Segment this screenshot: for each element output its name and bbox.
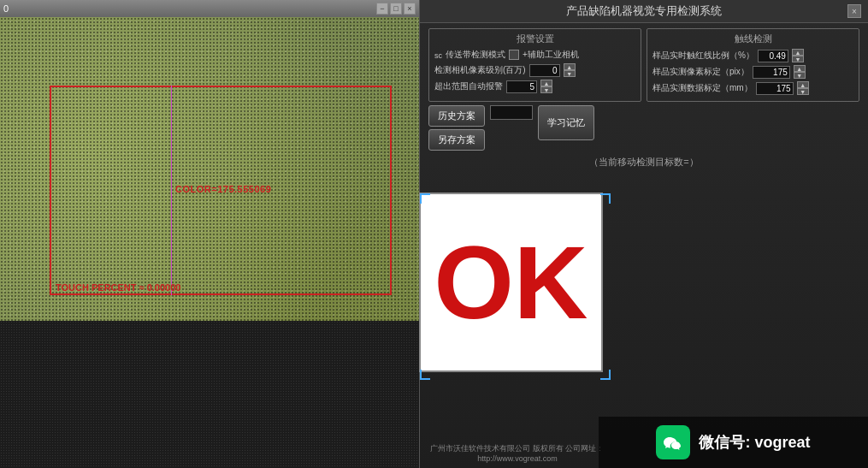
- alarm-spin3: ▲ ▼: [540, 80, 552, 93]
- touch-label3: 样品实测数据标定（mm）: [652, 82, 753, 94]
- alarm-spin3-up[interactable]: ▲: [540, 80, 552, 86]
- ok-corner-br: [600, 370, 611, 380]
- detection-info-text: （当前移动检测目标数=）: [589, 157, 698, 167]
- ok-corner-bl: [420, 370, 430, 380]
- top-sections: 报警设置 sc 传送带检测模式 +辅助工业相机 检测相机像素级别(百万) ▲: [428, 28, 859, 102]
- minimize-btn[interactable]: −: [376, 3, 388, 15]
- touch-spin1-up[interactable]: ▲: [792, 49, 804, 56]
- small-input[interactable]: [490, 105, 533, 120]
- alarm-section-title: 报警设置: [434, 33, 635, 45]
- touch-label1: 样品实时触红线比例（%）: [652, 50, 754, 62]
- touch-spin2-up[interactable]: ▲: [794, 65, 806, 72]
- wechat-text: 微信号: vogreat: [699, 432, 810, 453]
- alarm-check2-label: +辅助工业相机: [523, 49, 579, 61]
- touch-label: TOUCH PERCENT ≈ 0.00000: [56, 282, 180, 293]
- alarm-section: 报警设置 sc 传送带检测模式 +辅助工业相机 检测相机像素级别(百万) ▲: [428, 28, 641, 102]
- touch-spin1-down[interactable]: ▼: [792, 56, 804, 62]
- touch-input3[interactable]: [756, 82, 794, 95]
- alarm-spin2: ▲ ▼: [564, 63, 576, 77]
- camera-window-titlebar: 0 − □ ×: [0, 0, 419, 17]
- color-label: COLOR=175.555069: [175, 184, 271, 194]
- wechat-area: 微信号: vogreat: [599, 417, 868, 468]
- detection-info-row: （当前移动检测目标数=）: [428, 156, 859, 169]
- alarm-row2: 检测相机像素级别(百万) ▲ ▼: [434, 63, 635, 77]
- alarm-label2: 检测相机像素级别(百万): [434, 64, 526, 76]
- close-btn-left[interactable]: ×: [404, 3, 416, 15]
- touch-spin3: ▲ ▼: [797, 81, 809, 95]
- wechat-icon: [656, 425, 690, 459]
- alarm-row3: 超出范围自动报警 ▲ ▼: [434, 80, 635, 93]
- touch-input2[interactable]: [753, 66, 790, 79]
- bottom-noise-texture: [0, 321, 419, 468]
- history-btn[interactable]: 历史方案: [428, 105, 485, 127]
- alarm-input3[interactable]: [506, 80, 537, 93]
- middle-row: 历史方案 另存方案 学习记忆: [428, 105, 859, 151]
- ok-corner-tr: [600, 193, 611, 204]
- camera-bottom-dark: [0, 321, 419, 468]
- touch-section-title: 触线检测: [652, 33, 853, 45]
- watermark: 广州市沃佳软件技术有限公司 版权所有 公司网址：http://www.vogre…: [419, 443, 616, 463]
- touch-row3: 样品实测数据标定（mm） ▲ ▼: [652, 81, 853, 95]
- touch-spin3-up[interactable]: ▲: [797, 81, 809, 88]
- panel-titlebar: 产品缺陷机器视觉专用检测系统 ×: [420, 0, 868, 23]
- camera-view: COLOR=175.555069 TOUCH PERCENT ≈ 0.00000: [0, 0, 419, 468]
- window-title: 0: [3, 3, 9, 14]
- watermark-text: 广州市沃佳软件技术有限公司 版权所有 公司网址：http://www.vogre…: [430, 444, 604, 463]
- ok-text: OK: [434, 231, 588, 334]
- learn-btn[interactable]: 学习记忆: [538, 105, 594, 140]
- alarm-spin3-down[interactable]: ▼: [540, 86, 552, 93]
- alarm-label1b: 传送带检测模式: [446, 49, 505, 61]
- window-controls: − □ ×: [376, 3, 416, 15]
- touch-spin1: ▲ ▼: [792, 49, 804, 62]
- ok-corner-tl: [420, 193, 430, 204]
- sc-label: sc: [434, 51, 442, 60]
- alarm-input2[interactable]: [529, 64, 560, 77]
- touch-spin2-down[interactable]: ▼: [794, 72, 806, 79]
- alarm-label1: sc: [434, 50, 442, 60]
- alarm-spin2-up[interactable]: ▲: [564, 63, 576, 70]
- panel-title: 产品缺陷机器视觉专用检测系统: [440, 3, 847, 19]
- touch-section: 触线检测 样品实时触红线比例（%） ▲ ▼ 样品实测像素标定（pix） ▲ ▼: [647, 28, 859, 102]
- save-btn[interactable]: 另存方案: [428, 129, 485, 151]
- alarm-row1: sc 传送带检测模式 +辅助工业相机: [434, 49, 635, 61]
- touch-row1: 样品实时触红线比例（%） ▲ ▼: [652, 49, 853, 62]
- touch-spin3-down[interactable]: ▼: [797, 88, 809, 95]
- touch-row2: 样品实测像素标定（pix） ▲ ▼: [652, 65, 853, 79]
- btn-group-left: 历史方案 另存方案: [428, 105, 485, 151]
- alarm-spin2-down[interactable]: ▼: [564, 70, 576, 77]
- alarm-label3: 超出范围自动报警: [434, 80, 503, 92]
- touch-input1[interactable]: [758, 50, 788, 62]
- crosshair-vline: [171, 86, 172, 295]
- maximize-btn[interactable]: □: [390, 3, 402, 15]
- panel-close-btn[interactable]: ×: [847, 4, 861, 18]
- touch-spin2: ▲ ▼: [794, 65, 806, 79]
- alarm-check1[interactable]: [509, 50, 519, 60]
- ok-display: OK: [419, 193, 603, 372]
- touch-label2: 样品实测像素标定（pix）: [652, 66, 749, 78]
- panel-content: 报警设置 sc 传送带检测模式 +辅助工业相机 检测相机像素级别(百万) ▲: [420, 23, 868, 175]
